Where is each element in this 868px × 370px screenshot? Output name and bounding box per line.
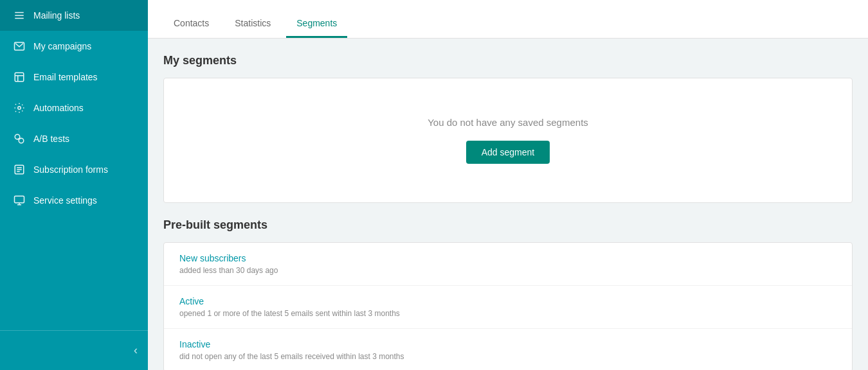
sidebar-collapse-button[interactable]: ‹: [0, 337, 148, 364]
mailing-lists-icon: [13, 9, 26, 22]
sidebar: Mailing lists My campaigns Email templat…: [0, 0, 148, 370]
svg-rect-0: [15, 12, 24, 13]
ab-tests-icon: [13, 132, 26, 145]
tabs-bar: Contacts Statistics Segments: [148, 0, 868, 39]
add-segment-button[interactable]: Add segment: [466, 141, 550, 164]
sidebar-label-my-campaigns: My campaigns: [33, 41, 91, 51]
sidebar-item-mailing-lists[interactable]: Mailing lists: [0, 0, 148, 31]
tab-segments[interactable]: Segments: [286, 10, 347, 38]
sidebar-item-email-templates[interactable]: Email templates: [0, 62, 148, 92]
sidebar-item-my-campaigns[interactable]: My campaigns: [0, 31, 148, 62]
my-segments-title: My segments: [163, 54, 853, 67]
prebuilt-item-new-subscribers-desc: added less than 30 days ago: [179, 266, 836, 275]
sidebar-label-service-settings: Service settings: [33, 195, 97, 206]
prebuilt-item-inactive[interactable]: Inactive did not open any of the last 5 …: [164, 329, 852, 370]
prebuilt-item-active-desc: opened 1 or more of the latest 5 emails …: [179, 309, 836, 318]
sidebar-item-subscription-forms[interactable]: Subscription forms: [0, 154, 148, 185]
prebuilt-item-active-title: Active: [179, 296, 836, 306]
main-content: Contacts Statistics Segments My segments…: [148, 0, 868, 370]
sidebar-item-ab-tests[interactable]: A/B tests: [0, 123, 148, 154]
svg-line-9: [17, 138, 21, 139]
tab-statistics[interactable]: Statistics: [224, 10, 281, 38]
prebuilt-item-inactive-desc: did not open any of the last 5 emails re…: [179, 352, 836, 361]
prebuilt-item-inactive-title: Inactive: [179, 339, 836, 349]
my-campaigns-icon: [13, 40, 26, 53]
svg-rect-1: [15, 15, 24, 16]
sidebar-item-automations[interactable]: Automations: [0, 92, 148, 123]
sidebar-bottom: ‹: [0, 330, 148, 370]
email-templates-icon: [13, 71, 26, 84]
sidebar-label-subscription-forms: Subscription forms: [33, 164, 108, 175]
content-area: My segments You do not have any saved se…: [148, 39, 868, 370]
svg-point-6: [18, 107, 21, 110]
sidebar-label-mailing-lists: Mailing lists: [33, 10, 80, 21]
automations-icon: [13, 101, 26, 114]
prebuilt-segments-box: New subscribers added less than 30 days …: [163, 242, 853, 370]
svg-rect-14: [15, 196, 24, 203]
prebuilt-item-new-subscribers-title: New subscribers: [179, 253, 836, 263]
my-segments-box: You do not have any saved segments Add s…: [163, 78, 853, 203]
empty-segments-text: You do not have any saved segments: [428, 117, 588, 128]
sidebar-label-automations: Automations: [33, 103, 84, 113]
prebuilt-item-active[interactable]: Active opened 1 or more of the latest 5 …: [164, 286, 852, 329]
prebuilt-segments-title: Pre-built segments: [163, 218, 853, 232]
prebuilt-item-new-subscribers[interactable]: New subscribers added less than 30 days …: [164, 243, 852, 286]
svg-rect-2: [15, 18, 24, 19]
svg-rect-3: [15, 73, 24, 82]
service-settings-icon: [13, 194, 26, 207]
sidebar-item-service-settings[interactable]: Service settings: [0, 185, 148, 216]
subscription-forms-icon: [13, 163, 26, 176]
sidebar-label-ab-tests: A/B tests: [33, 134, 69, 144]
tab-contacts[interactable]: Contacts: [163, 10, 219, 38]
sidebar-label-email-templates: Email templates: [33, 72, 98, 82]
